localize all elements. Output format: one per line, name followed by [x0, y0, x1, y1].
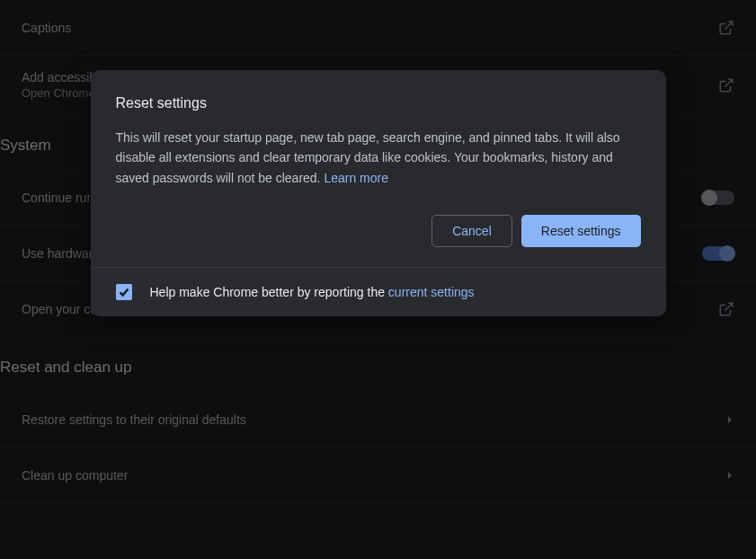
- report-settings-checkbox[interactable]: [116, 284, 132, 300]
- reset-settings-button[interactable]: Reset settings: [521, 215, 641, 247]
- dialog-footer-text: Help make Chrome better by reporting the…: [150, 285, 475, 299]
- dialog-title: Reset settings: [116, 95, 641, 111]
- current-settings-link[interactable]: current settings: [388, 285, 475, 299]
- learn-more-link[interactable]: Learn more: [324, 171, 388, 185]
- reset-settings-dialog: Reset settings This will reset your star…: [91, 70, 666, 316]
- dialog-description: This will reset your startup page, new t…: [116, 128, 641, 188]
- modal-overlay: Reset settings This will reset your star…: [0, 0, 756, 559]
- cancel-button[interactable]: Cancel: [431, 215, 512, 247]
